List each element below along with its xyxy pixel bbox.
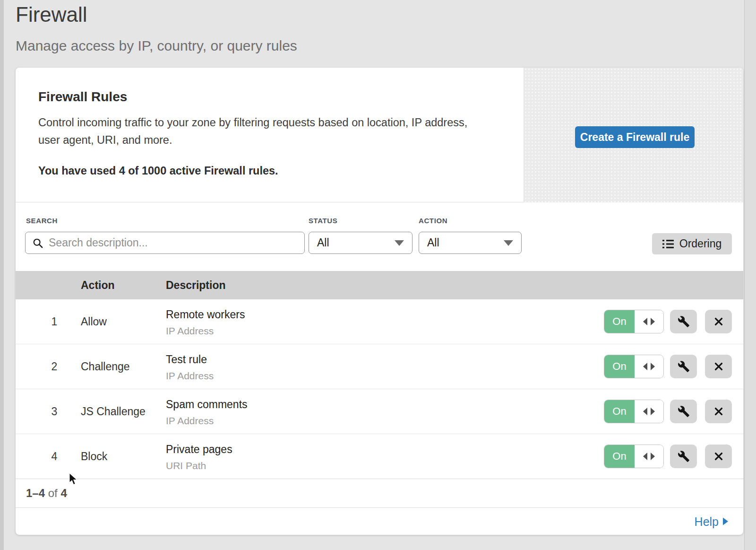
section-description-line1: Control incoming traffic to your zone by…: [38, 114, 467, 131]
pagination-bar: 1–4 of 4: [16, 479, 743, 507]
section-description: Control incoming traffic to your zone by…: [38, 114, 467, 149]
close-icon: [713, 316, 724, 327]
section-description-line2: user agent, URI, and more.: [38, 131, 467, 149]
action-label: ACTION: [419, 217, 447, 225]
caret-right-icon: [651, 318, 655, 325]
close-icon: [713, 406, 724, 417]
chevron-down-icon: [504, 240, 513, 246]
status-label: STATUS: [309, 217, 337, 225]
wrench-icon: [678, 360, 690, 373]
edit-rule-button[interactable]: [670, 355, 697, 378]
rule-description: Spam comments: [166, 398, 248, 411]
rule-enabled-toggle[interactable]: On: [604, 355, 664, 378]
rule-priority: 4: [46, 434, 63, 479]
rule-enabled-toggle[interactable]: On: [604, 445, 664, 468]
ordering-button[interactable]: Ordering: [652, 233, 732, 254]
help-link[interactable]: Help: [695, 515, 728, 528]
firewall-rules-card: Firewall Rules Control incoming traffic …: [16, 68, 743, 535]
firewall-rule-row: 4 Block Private pages URI Path On: [16, 434, 743, 479]
rule-description: Test rule: [166, 353, 214, 366]
delete-rule-button[interactable]: [705, 400, 732, 423]
rule-match-field: IP Address: [166, 325, 245, 337]
action-select-value: All: [427, 236, 439, 249]
page-title: Firewall: [16, 3, 87, 26]
toggle-drag-handle[interactable]: [635, 310, 663, 333]
toggle-drag-handle[interactable]: [635, 400, 663, 423]
rule-action: Challenge: [81, 344, 130, 389]
rules-table-body: 1 Allow Remote workers IP Address On 2 C…: [16, 299, 743, 479]
toggle-on-label: On: [604, 355, 635, 378]
create-firewall-rule-button[interactable]: Create a Firewall rule: [575, 126, 695, 148]
wrench-icon: [678, 315, 690, 328]
rule-action: JS Challenge: [81, 389, 146, 434]
caret-left-icon: [643, 408, 647, 415]
caret-right-icon: [651, 408, 655, 415]
toggle-on-label: On: [604, 400, 635, 423]
search-label: SEARCH: [26, 217, 58, 225]
close-icon: [713, 451, 724, 462]
firewall-rules-summary-section: Firewall Rules Control incoming traffic …: [16, 68, 743, 202]
card-footer: Help: [16, 507, 743, 535]
toggle-drag-handle[interactable]: [635, 445, 663, 468]
mouse-cursor: [68, 472, 79, 487]
rule-description-cell: Remote workers IP Address: [166, 308, 245, 337]
pagination-of: of: [45, 487, 60, 499]
firewall-rule-row: 1 Allow Remote workers IP Address On: [16, 299, 743, 344]
caret-right-icon: [723, 518, 728, 525]
rule-match-field: URI Path: [166, 460, 232, 471]
pagination-text: 1–4 of 4: [26, 479, 67, 507]
rules-table-header: Action Description: [16, 271, 743, 299]
rule-description-cell: Test rule IP Address: [166, 353, 214, 382]
pagination-range: 1–4: [26, 487, 45, 499]
status-select-value: All: [317, 236, 329, 249]
toggle-drag-handle[interactable]: [635, 355, 663, 378]
ordering-button-label: Ordering: [679, 237, 722, 250]
rule-action: Allow: [81, 299, 107, 344]
caret-right-icon: [651, 453, 655, 460]
delete-rule-button[interactable]: [705, 310, 732, 333]
rule-priority: 2: [46, 344, 63, 389]
status-select[interactable]: All: [309, 232, 412, 254]
window-left-edge: [0, 0, 4, 550]
rule-description: Private pages: [166, 443, 232, 456]
caret-left-icon: [643, 318, 647, 325]
caret-left-icon: [643, 363, 647, 370]
edit-rule-button[interactable]: [670, 310, 697, 333]
create-rule-panel: Create a Firewall rule: [524, 68, 743, 202]
rule-enabled-toggle[interactable]: On: [604, 310, 664, 333]
help-link-label: Help: [695, 515, 719, 528]
firewall-rule-row: 3 JS Challenge Spam comments IP Address …: [16, 389, 743, 434]
caret-right-icon: [651, 363, 655, 370]
toggle-on-label: On: [604, 310, 635, 333]
rule-description-cell: Spam comments IP Address: [166, 398, 248, 427]
rule-priority: 1: [46, 299, 63, 344]
action-select[interactable]: All: [419, 232, 522, 254]
usage-note: You have used 4 of 1000 active Firewall …: [38, 165, 278, 177]
wrench-icon: [678, 405, 690, 418]
delete-rule-button[interactable]: [705, 355, 732, 378]
search-input[interactable]: [49, 236, 297, 249]
toggle-on-label: On: [604, 445, 635, 468]
search-box: [25, 232, 305, 254]
delete-rule-button[interactable]: [705, 445, 732, 468]
wrench-icon: [678, 450, 690, 463]
page-subtitle: Manage access by IP, country, or query r…: [16, 38, 297, 54]
window-right-edge: [744, 0, 756, 550]
section-heading: Firewall Rules: [38, 89, 127, 105]
rule-match-field: IP Address: [166, 370, 214, 382]
column-header-description: Description: [166, 271, 226, 299]
close-icon: [713, 361, 724, 372]
rule-enabled-toggle[interactable]: On: [604, 400, 664, 423]
rule-description-cell: Private pages URI Path: [166, 443, 232, 471]
rule-match-field: IP Address: [166, 415, 248, 427]
search-icon: [33, 238, 43, 248]
ordered-list-icon: [662, 239, 674, 249]
edit-rule-button[interactable]: [670, 445, 697, 468]
rule-action: Block: [81, 434, 107, 479]
rule-description: Remote workers: [166, 308, 245, 321]
chevron-down-icon: [395, 240, 404, 246]
rule-priority: 3: [46, 389, 63, 434]
caret-left-icon: [643, 453, 647, 460]
column-header-action: Action: [81, 271, 115, 299]
edit-rule-button[interactable]: [670, 400, 697, 423]
